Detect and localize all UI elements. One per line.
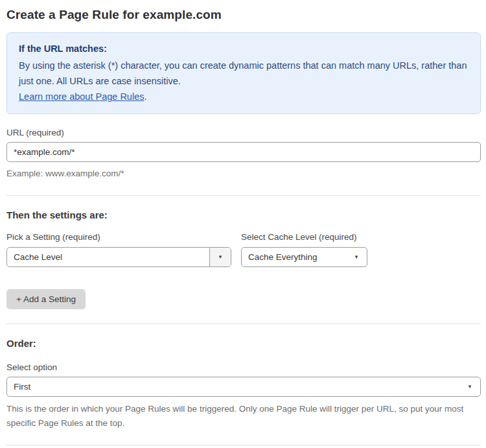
cache-level-dropdown[interactable]: Cache Everything ▼ [241, 247, 367, 267]
order-heading: Order: [6, 338, 481, 349]
info-box-body: By using the asterisk (*) character, you… [19, 58, 469, 89]
section-divider [6, 445, 481, 445]
order-helper-text: This is the order in which your Page Rul… [6, 402, 481, 430]
info-box-heading: If the URL matches: [19, 41, 469, 56]
order-value: First [14, 382, 30, 392]
setting-picker-value: Cache Level [7, 248, 209, 266]
url-input[interactable] [6, 142, 481, 162]
chevron-down-icon: ▼ [354, 255, 359, 260]
setting-picker-label: Pick a Setting (required) [6, 232, 231, 242]
chevron-down-icon: ▼ [467, 384, 472, 390]
url-field-label: URL (required) [6, 128, 481, 137]
link-period: . [144, 91, 146, 102]
learn-more-link[interactable]: Learn more about Page Rules [19, 91, 144, 102]
chevron-down-icon: ▼ [218, 255, 223, 260]
section-divider [6, 195, 481, 196]
cache-level-column: Select Cache Level (required) Cache Ever… [241, 232, 367, 267]
url-match-info-box: If the URL matches: By using the asteris… [6, 32, 481, 114]
url-example-helper: Example: www.example.com/* [6, 167, 481, 181]
order-select-label: Select option [6, 362, 481, 372]
cache-level-value: Cache Everything [248, 252, 318, 262]
info-box-link-row: Learn more about Page Rules. [19, 89, 469, 104]
add-setting-button[interactable]: + Add a Setting [6, 289, 86, 309]
setting-picker-dropdown[interactable]: Cache Level ▼ [6, 247, 231, 267]
settings-heading: Then the settings are: [6, 209, 481, 220]
cache-level-label: Select Cache Level (required) [241, 232, 367, 242]
section-divider [6, 324, 481, 324]
page-title: Create a Page Rule for example.com [6, 8, 481, 22]
order-dropdown[interactable]: First ▼ [6, 377, 481, 397]
setting-picker-arrow-button[interactable]: ▼ [209, 248, 231, 266]
info-box-text: By using the asterisk (*) character, you… [19, 60, 467, 86]
settings-row: Pick a Setting (required) Cache Level ▼ … [6, 232, 481, 267]
setting-picker-column: Pick a Setting (required) Cache Level ▼ [6, 232, 231, 267]
